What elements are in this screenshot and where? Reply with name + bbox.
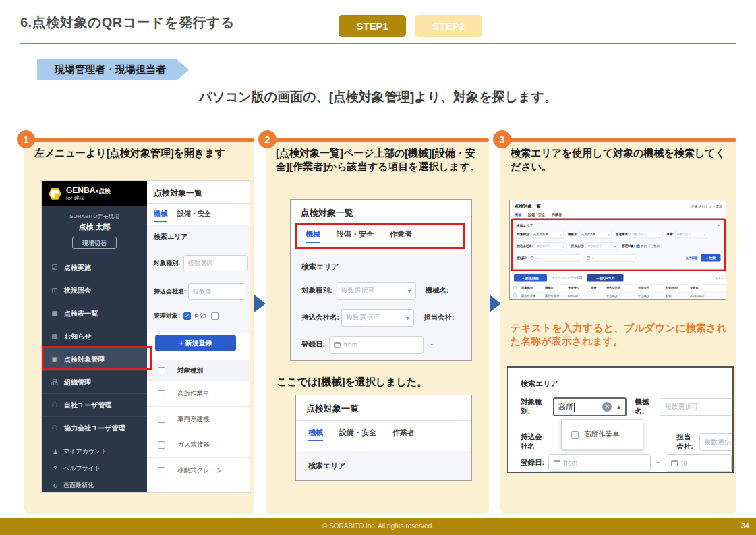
step1-button[interactable]: STEP1 (339, 15, 406, 37)
option-checkbox[interactable] (571, 431, 579, 439)
checked-rows-link[interactable]: チェックした行を削除 (552, 276, 583, 281)
date-from-input[interactable]: from (329, 336, 424, 354)
status-board-icon: ◫ (51, 287, 59, 294)
sidebar-item-my-account[interactable]: ♟マイアカウント (42, 443, 147, 460)
tab-worker[interactable]: 作業者 (392, 428, 415, 441)
date-from-input[interactable]: from (548, 454, 651, 472)
sidebar-item-label: 点検実施 (64, 263, 91, 273)
row-checkbox[interactable] (158, 416, 165, 423)
field-target-type: 対象種別: 高所 ✕ ▲ 機械名: 複数選択可 (521, 397, 732, 416)
switch-site-button[interactable]: 現場切替 (72, 237, 117, 249)
sidebar-item-help[interactable]: ？ヘルプサイト (42, 460, 147, 477)
sidebar-item-label: 組織管理 (64, 378, 91, 387)
dropdown-option[interactable]: 高所作業車 (584, 430, 620, 439)
sidebar-item-checklist[interactable]: ▦点検表一覧 (42, 302, 147, 325)
sitemap-icon: 品 (51, 378, 59, 387)
sidebar-item-news[interactable]: ▤お知らせ (42, 325, 147, 347)
machine-name-select[interactable]: 複数選択可 (660, 398, 732, 416)
table-header-row: 対象種別 機械名 管理番号 車番 持込会社名 担当会社 有効/無効 登録日 (510, 284, 726, 291)
target-type-input[interactable]: 高所 ✕ ▲ (553, 397, 627, 416)
dropdown-panel: 高所作業車 (561, 419, 643, 450)
tab-bar: 機械 設備・安全 作業者 (308, 428, 415, 441)
column-header: 有効/無効 (666, 286, 678, 290)
managed-active-checkbox[interactable] (183, 312, 191, 320)
field-date: 登録日: from ~ (301, 336, 434, 354)
new-register-button[interactable]: + 新規登録 (514, 274, 547, 282)
target-type-select[interactable]: 複数選択 (183, 255, 248, 271)
column-header: 担当会社 (638, 286, 649, 290)
users-icon: ⚇ (51, 401, 59, 409)
company-select[interactable]: 複数選 (188, 283, 245, 300)
sidebar-item-label: お知らせ (64, 332, 92, 341)
column-header: 管理番号 (568, 286, 579, 290)
table-row[interactable]: 高所作業車 (147, 381, 250, 406)
column-header: 機械名 (545, 286, 554, 290)
tab-machine[interactable]: 機械 (154, 209, 167, 222)
step2-button[interactable]: STEP2 (415, 15, 482, 37)
field-target-type: 対象種別: 複数選択可▾ 機械名: (301, 282, 449, 300)
sidebar-item-organization[interactable]: 品組織管理 (42, 370, 147, 393)
row-checkbox[interactable] (513, 294, 517, 298)
divider (296, 420, 471, 421)
role-badge: 現場管理者・現場担当者 (37, 59, 189, 80)
field-label: 機械名: (426, 286, 449, 295)
target-type-select[interactable]: 複数選択可▾ (337, 282, 416, 300)
company-select[interactable]: 複数選択可▾ (341, 309, 414, 327)
tip-text: テキストを入力すると、プルダウンに検索された名称が表示されます。 (511, 321, 731, 347)
table-row[interactable]: 移動式クレーン (147, 457, 250, 483)
placeholder: 複数選 (193, 287, 211, 296)
panel-top-bar (271, 138, 489, 142)
select-all-checkbox[interactable] (158, 367, 165, 374)
sidebar-item-refresh[interactable]: ↻画面最新化 (42, 477, 147, 492)
cell-target-type: 移動式クレーン (177, 466, 223, 475)
table-row[interactable]: ガス溶接器 (147, 432, 250, 457)
app-page-title: 点検対象一覧 (515, 203, 541, 209)
tab-equipment-safety[interactable]: 設備・安全 (177, 209, 211, 222)
cell: 2024/10/22 (690, 294, 704, 298)
tab-equipment-safety[interactable]: 設備・安全 (339, 428, 376, 441)
brand-suffix: x点検 (95, 188, 111, 194)
sidebar-item-status[interactable]: ◫状況照会 (42, 279, 147, 302)
column-header: 対象種別 (521, 286, 533, 290)
person-icon: ♟ (52, 449, 59, 455)
tab-machine[interactable]: 機械 (308, 428, 323, 441)
row-checkbox[interactable] (158, 390, 165, 397)
clear-icon[interactable]: ✕ (602, 402, 612, 412)
instruction-3: 検索エリアを使用して対象の機械を検索してください。 (511, 146, 731, 173)
pagination[interactable]: « 1 » (716, 276, 723, 280)
row-checkbox[interactable] (158, 467, 165, 474)
chevron-down-icon: ▾ (406, 314, 409, 322)
sidebar-item-label: ヘルプサイト (63, 464, 100, 473)
divider (147, 203, 250, 204)
calendar-icon (334, 342, 341, 348)
page-title: 6.点検対象のQRコードを発行する (20, 13, 235, 32)
date-to-input[interactable]: to (666, 454, 732, 472)
table-row[interactable]: 高所作業車 高所作業車 kah-001 中山建設 中山建設 有効 2024/10… (510, 291, 726, 300)
select-all-checkbox[interactable] (513, 286, 517, 289)
sidebar-item-label: 自社ユーザ管理 (64, 401, 111, 410)
chevron-down-icon: ▾ (407, 287, 411, 295)
table-row[interactable]: 車両系建機 (147, 406, 250, 432)
bulk-qr-button[interactable]: 一括QR出力 (587, 274, 624, 282)
sidebar-item-inspection[interactable]: ☑点検実施 (42, 256, 147, 279)
sidebar-item-company-users[interactable]: ⚇自社ユーザ管理 (42, 393, 147, 416)
step-number-2: 2 (258, 130, 277, 148)
new-register-button[interactable]: + 新規登録 (155, 335, 236, 351)
panel-top-bar (506, 138, 736, 142)
placeholder: 複数選択可 (341, 286, 375, 295)
field-label: 対象種別: (301, 286, 332, 295)
app-screenshot-machine-selected: 点検対象一覧 機械 設備・安全 作業者 検索エリア (295, 395, 472, 481)
in-charge-select[interactable]: 複数選択可 (699, 433, 734, 451)
cell-target-type: 車両系建機 (177, 415, 210, 424)
managed-inactive-checkbox[interactable] (211, 312, 219, 320)
footer-bar: © SORABITO inc. All rights reserved. 34 (0, 518, 756, 535)
instruction-2: [点検対象一覧]ページ上部の[機械][設備・安全][作業者]から該当する項目を選… (276, 146, 484, 173)
sidebar-item-partner-users[interactable]: ⚇協力会社ユーザ管理 (42, 416, 147, 439)
field-label: 担当会社: (424, 313, 455, 322)
panel-3: 3 検索エリアを使用して対象の機械を検索してください。 点検対象一覧 現場:会社… (500, 138, 736, 514)
text-cursor (574, 403, 575, 412)
field-label: 持込会社名: (154, 287, 186, 296)
row-checkbox[interactable] (158, 441, 165, 449)
site-label: 現場:会社テスト環境 (691, 204, 722, 209)
sidebar-item-label: 点検表一覧 (64, 309, 98, 318)
